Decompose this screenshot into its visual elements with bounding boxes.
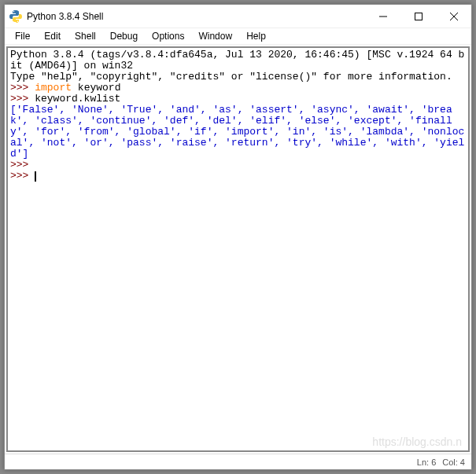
keyword-import: import <box>35 82 72 94</box>
prompt: >>> <box>10 82 28 94</box>
banner-line-2: Type "help", "copyright", "credits" or "… <box>10 71 452 83</box>
banner-line-1: Python 3.8.4 (tags/v3.8.4:dfa645a, Jul 1… <box>10 49 464 72</box>
menu-shell[interactable]: Shell <box>68 29 103 43</box>
text-cursor <box>35 171 36 182</box>
menu-help[interactable]: Help <box>239 29 273 43</box>
close-button[interactable] <box>436 5 471 28</box>
menu-edit[interactable]: Edit <box>37 29 68 43</box>
menu-window[interactable]: Window <box>191 29 239 43</box>
prompt: >>> <box>10 159 28 171</box>
window: Python 3.8.4 Shell File Edit Shell Debug… <box>4 4 472 470</box>
python-icon <box>9 10 22 23</box>
watermark: https://blog.csdn.n <box>372 436 462 447</box>
input-text-1: keyword <box>72 82 120 94</box>
svg-point-1 <box>17 20 19 22</box>
svg-rect-3 <box>415 13 422 20</box>
svg-point-0 <box>13 11 15 13</box>
titlebar[interactable]: Python 3.8.4 Shell <box>5 5 471 28</box>
prompt: >>> <box>10 93 28 105</box>
prompt: >>> <box>10 170 28 182</box>
output-list: ['False', 'None', 'True', 'and', 'as', '… <box>10 104 464 160</box>
statusbar: Ln: 6 Col: 4 <box>5 454 471 469</box>
status-ln: Ln: 6 <box>417 457 436 467</box>
menu-debug[interactable]: Debug <box>103 29 145 43</box>
terminal[interactable]: Python 3.8.4 (tags/v3.8.4:dfa645a, Jul 1… <box>6 46 470 452</box>
menu-options[interactable]: Options <box>145 29 191 43</box>
menu-file[interactable]: File <box>8 29 37 43</box>
maximize-button[interactable] <box>400 5 436 28</box>
input-text-2: keyword.kwlist <box>28 93 120 105</box>
menubar: File Edit Shell Debug Options Window Hel… <box>5 28 471 45</box>
status-col: Col: 4 <box>442 457 465 467</box>
minimize-button[interactable] <box>365 5 400 28</box>
window-title: Python 3.8.4 Shell <box>27 11 365 22</box>
window-controls <box>365 5 471 28</box>
